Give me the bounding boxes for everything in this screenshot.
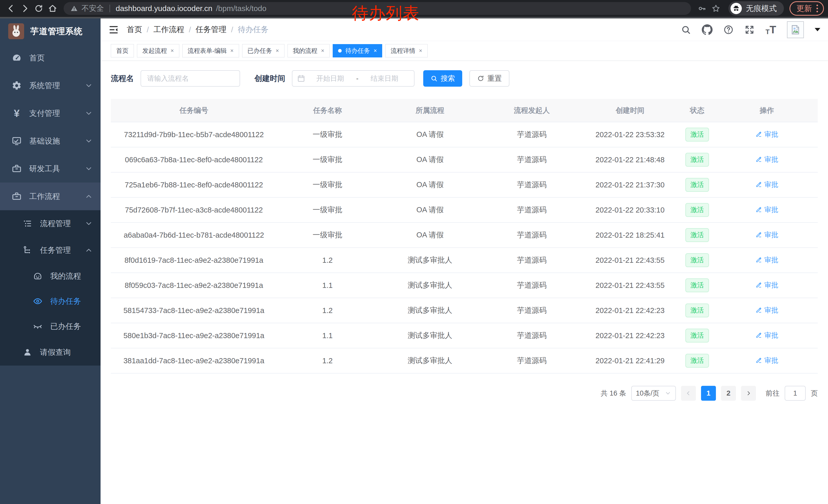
dashboard-icon [11, 53, 23, 63]
approve-link[interactable]: 审批 [755, 306, 778, 315]
approve-link[interactable]: 审批 [755, 331, 778, 340]
avatar-caret-icon[interactable] [815, 28, 820, 31]
goto-page-input[interactable] [785, 386, 806, 401]
tab-home[interactable]: 首页 [111, 44, 134, 57]
approve-link[interactable]: 审批 [755, 155, 778, 164]
tab-label: 我的流程 [293, 47, 318, 55]
task-id-cell: 381aa1dd-7ac8-11ec-a9e2-a2380e71991a [111, 348, 277, 373]
sidebar-item-process-mgmt[interactable]: 流程管理 [0, 210, 100, 237]
sidebar-item-infra[interactable]: 基础设施 [0, 127, 100, 155]
search-button[interactable]: 搜索 [423, 70, 462, 87]
col-actions: 操作 [716, 99, 818, 122]
task-name-cell: 1.2 [277, 248, 378, 273]
reset-button[interactable]: 重置 [469, 70, 509, 87]
page-2-button[interactable]: 2 [721, 386, 736, 401]
tab-form-edit[interactable]: 流程表单-编辑 × [182, 44, 239, 57]
close-icon[interactable]: × [230, 48, 234, 54]
sidebar-item-label: 已办任务 [50, 321, 81, 332]
tab-process-detail[interactable]: 流程详情 × [385, 44, 427, 57]
process-name-input[interactable] [140, 70, 240, 87]
col-created: 创建时间 [581, 99, 678, 122]
task-name-cell: 一级审批 [277, 223, 378, 248]
sidebar-item-label: 任务管理 [40, 245, 71, 256]
task-name-cell: 1.2 [277, 348, 378, 373]
table-row: 725a1eb6-7b88-11ec-8ef0-acde48001122 一级审… [111, 172, 818, 197]
breadcrumb-item[interactable]: 工作流程 [153, 25, 184, 35]
incognito-badge: 无痕模式 [729, 1, 784, 16]
person-icon [22, 348, 33, 357]
sidebar-item-system[interactable]: 系统管理 [0, 72, 100, 99]
starter-cell: 芋道源码 [482, 122, 582, 147]
created-cell: 2022-01-22 23:53:32 [581, 122, 678, 147]
approve-link[interactable]: 审批 [755, 230, 778, 239]
sidebar-item-label: 研发工具 [29, 164, 60, 174]
close-icon[interactable]: × [276, 48, 279, 54]
github-icon[interactable] [702, 25, 713, 35]
tab-start-process[interactable]: 发起流程 × [137, 44, 179, 57]
sidebar-item-done-tasks[interactable]: 已办任务 [0, 314, 100, 339]
sidebar-item-my-process[interactable]: 我的流程 [0, 264, 100, 289]
font-size-icon[interactable]: TT [765, 25, 776, 35]
date-range-picker[interactable]: 开始日期 - 结束日期 [292, 70, 415, 87]
forward-button[interactable] [18, 2, 32, 15]
update-button[interactable]: 更新 [790, 1, 824, 16]
incognito-label: 无痕模式 [746, 3, 777, 14]
home-button[interactable] [46, 2, 59, 15]
table-header-row: 任务编号 任务名称 所属流程 流程发起人 创建时间 状态 操作 [111, 99, 818, 122]
tab-my-process[interactable]: 我的流程 × [288, 44, 330, 57]
bookmark-star-icon[interactable] [709, 2, 723, 15]
starter-cell: 芋道源码 [482, 348, 582, 373]
sidebar-item-task-mgmt[interactable]: 任务管理 [0, 237, 100, 264]
sidebar-item-todo-tasks[interactable]: 待办任务 [0, 289, 100, 314]
password-key-icon[interactable] [695, 2, 709, 15]
url-bar[interactable]: 不安全 dashboard.yudao.iocoder.cn/bpm/task/… [64, 2, 691, 15]
sidebar-item-devtools[interactable]: 研发工具 [0, 155, 100, 183]
end-date-placeholder[interactable]: 结束日期 [360, 74, 410, 83]
reload-button[interactable] [32, 2, 46, 15]
start-date-placeholder[interactable]: 开始日期 [305, 74, 355, 83]
fullscreen-icon[interactable] [744, 25, 755, 35]
range-separator: - [355, 75, 360, 83]
tab-done-tasks[interactable]: 已办任务 × [242, 44, 285, 57]
approve-link[interactable]: 审批 [755, 255, 778, 265]
breadcrumb: 首页 / 工作流程 / 任务管理 / 待办任务 [127, 25, 268, 35]
approve-link[interactable]: 审批 [755, 205, 778, 214]
prev-page-button[interactable] [681, 386, 696, 401]
breadcrumb-item[interactable]: 任务管理 [196, 25, 226, 35]
help-icon[interactable] [723, 25, 734, 35]
task-name-cell: 一级审批 [277, 122, 378, 147]
collapse-sidebar-button[interactable] [108, 25, 119, 35]
browser-menu-icon[interactable] [817, 5, 818, 12]
page-1-button[interactable]: 1 [701, 386, 716, 401]
col-task-id: 任务编号 [111, 99, 277, 122]
logo-avatar [8, 23, 24, 39]
approve-link[interactable]: 审批 [755, 356, 778, 365]
avatar[interactable] [787, 21, 804, 38]
close-icon[interactable]: × [419, 48, 422, 54]
approve-link[interactable]: 审批 [755, 180, 778, 189]
task-id-cell: 8f0d1619-7ac8-11ec-a9e2-a2380e71991a [111, 248, 277, 273]
sidebar-item-workflow[interactable]: 工作流程 [0, 183, 100, 210]
goto-label: 前往 [766, 388, 780, 398]
logo[interactable]: 芋道管理系统 [0, 18, 100, 44]
process-cell: OA 请假 [378, 172, 482, 197]
close-icon[interactable]: × [171, 48, 174, 54]
search-icon[interactable] [681, 25, 691, 35]
chevron-down-icon [85, 165, 93, 173]
next-page-button[interactable] [741, 386, 756, 401]
breadcrumb-item[interactable]: 首页 [127, 25, 142, 35]
approve-link[interactable]: 审批 [755, 130, 778, 139]
sidebar-item-leave-query[interactable]: 请假查询 [0, 339, 100, 366]
sidebar-item-home[interactable]: 首页 [0, 44, 100, 72]
close-icon[interactable]: × [321, 48, 325, 54]
tab-todo-tasks[interactable]: 待办任务 × [333, 44, 382, 57]
sidebar-item-payment[interactable]: ¥ 支付管理 [0, 99, 100, 127]
yen-icon: ¥ [11, 108, 23, 119]
page-unit-label: 页 [811, 388, 818, 398]
close-icon[interactable]: × [373, 48, 377, 54]
back-button[interactable] [4, 2, 18, 15]
task-id-cell: 725a1eb6-7b88-11ec-8ef0-acde48001122 [111, 172, 277, 197]
process-cell: OA 请假 [378, 197, 482, 223]
approve-link[interactable]: 审批 [755, 280, 778, 290]
page-size-select[interactable]: 10条/页 [631, 386, 676, 401]
